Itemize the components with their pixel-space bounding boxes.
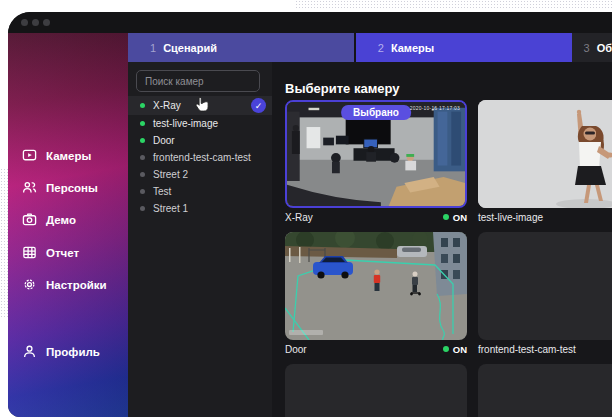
camera-card-caption: frontend-test-cam-test [478, 342, 612, 356]
camera-card-name: Door [285, 344, 307, 355]
camera-list-item[interactable]: Test [128, 183, 272, 200]
timestamp-overlay: 2020-10-16 17:17:03 [410, 105, 460, 111]
people-icon [22, 180, 37, 197]
camera-list-item[interactable]: Street 2 [128, 166, 272, 183]
sidebar-item-label: Персоны [46, 182, 98, 194]
sidebar-item-persons[interactable]: Персоны [8, 178, 128, 198]
camera-card-xray[interactable]: Выбрано 2020-10-16 17:17:03 [285, 100, 467, 208]
tab-number: 1 [150, 42, 156, 54]
camera-list-item[interactable]: test-live-image [128, 115, 272, 132]
dancer-camera-still [478, 100, 612, 208]
tab-number: 2 [378, 42, 384, 54]
camera-card-name: frontend-test-cam-test [478, 344, 576, 355]
camera-name: Street 2 [153, 169, 188, 180]
online-dot-icon [140, 121, 145, 126]
camera-card-caption: X-Ray ON [285, 210, 467, 224]
sidebar-item-demo[interactable]: Демо [8, 210, 128, 230]
camera-name: X-Ray [153, 100, 181, 111]
tab-cameras[interactable]: 2 Камеры [356, 33, 572, 62]
online-dot-icon [443, 346, 449, 352]
tab-number: 3 [584, 42, 590, 54]
person-icon [22, 344, 37, 361]
app-window: Камеры Персоны Демо Отчет Настройки Проф… [8, 12, 612, 417]
camera-card-caption: test-live-image [478, 210, 612, 224]
report-grid-icon [22, 245, 37, 262]
online-dot-icon [140, 103, 145, 108]
sidebar-item-label: Демо [46, 214, 76, 226]
sidebar-item-label: Камеры [46, 150, 91, 162]
checkmark-icon: ✓ [251, 98, 266, 113]
camera-card-name: X-Ray [285, 212, 313, 223]
sidebar-item-label: Отчет [46, 247, 79, 259]
camera-list-item[interactable]: X-Ray ✓ [128, 96, 272, 115]
yard-camera-still [285, 232, 467, 340]
camera-list: X-Ray ✓ test-live-image Door frontend-te… [128, 96, 272, 217]
wizard-tabbar: 1 Сценарий 2 Камеры 3 Об [128, 33, 612, 62]
camera-name: test-live-image [153, 118, 218, 129]
camera-name: Test [153, 186, 171, 197]
camera-card-caption: Door ON [285, 342, 467, 356]
noise-texture [295, 0, 612, 10]
camera-list-item[interactable]: Door [128, 132, 272, 149]
window-titlebar [8, 12, 612, 33]
tab-label: Об [597, 42, 612, 54]
offline-dot-icon [140, 172, 145, 177]
camera-name: Street 1 [153, 203, 188, 214]
sidebar-item-label: Настройки [46, 279, 107, 291]
status-badge: ON [443, 344, 467, 355]
tab-label: Камеры [391, 42, 434, 54]
sidebar-item-cameras[interactable]: Камеры [8, 146, 128, 166]
online-dot-icon [140, 138, 145, 143]
offline-dot-icon [140, 155, 145, 160]
status-badge: ON [443, 212, 467, 223]
online-dot-icon [443, 214, 449, 220]
camera-card-test-live-image[interactable] [478, 100, 612, 208]
camera-card-door[interactable] [285, 232, 467, 340]
page: Камеры Персоны Демо Отчет Настройки Проф… [0, 0, 612, 417]
camera-card-placeholder[interactable] [478, 364, 612, 417]
offline-dot-icon [140, 189, 145, 194]
selected-badge: Выбрано [341, 105, 411, 120]
camera-list-panel: X-Ray ✓ test-live-image Door frontend-te… [128, 62, 272, 417]
page-title: Выберите камеру [285, 81, 399, 96]
sidebar-item-settings[interactable]: Настройки [8, 275, 128, 295]
offline-dot-icon [140, 206, 145, 211]
camera-card-name: test-live-image [478, 212, 543, 223]
camera-list-item[interactable]: frontend-test-cam-test [128, 149, 272, 166]
window-control-close[interactable] [21, 19, 28, 26]
camera-card-frontend-test[interactable] [478, 232, 612, 340]
camera-search-input[interactable] [136, 70, 260, 92]
camera-picker-panel: Выберите камеру [272, 62, 612, 417]
camera-list-item[interactable]: Street 1 [128, 200, 272, 217]
sidebar: Камеры Персоны Демо Отчет Настройки Проф… [8, 33, 128, 417]
sidebar-item-profile[interactable]: Профиль [8, 342, 128, 362]
window-control-maximize[interactable] [43, 19, 50, 26]
window-control-minimize[interactable] [32, 19, 39, 26]
camera-card-placeholder[interactable] [285, 364, 467, 417]
tab-scenario[interactable]: 1 Сценарий [128, 33, 354, 62]
noise-texture [0, 168, 8, 318]
settings-gear-icon [22, 277, 37, 294]
camera-name: frontend-test-cam-test [153, 152, 251, 163]
tab-label: Сценарий [163, 42, 217, 54]
sidebar-item-report[interactable]: Отчет [8, 243, 128, 263]
camera-name: Door [153, 135, 175, 146]
sidebar-item-label: Профиль [46, 346, 100, 358]
demo-camera-icon [22, 212, 37, 229]
camera-screen-icon [22, 148, 37, 165]
tab-review[interactable]: 3 Об [572, 33, 612, 62]
